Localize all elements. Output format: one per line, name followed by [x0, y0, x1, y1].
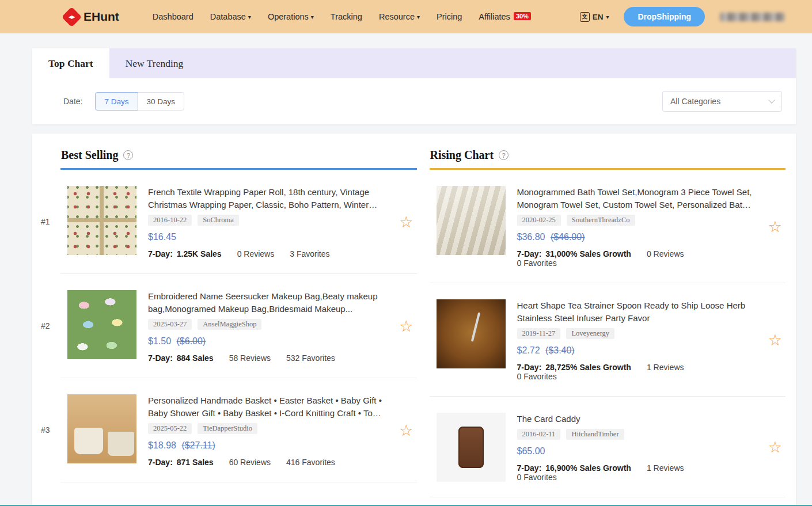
stat-period: 7-Day:: [148, 353, 173, 363]
favorites-count: 0 Favorites: [517, 473, 557, 482]
favorite-star-icon[interactable]: ☆: [768, 440, 782, 455]
original-price: ($3.40): [545, 345, 575, 355]
product-info: Monogrammed Bath Towel Set,Monogram 3 Pi…: [517, 186, 754, 268]
language-selector[interactable]: 文 EN ▾: [580, 12, 609, 22]
nav-label: Affiliates: [479, 12, 510, 21]
favorites-count: 416 Favorites: [286, 458, 335, 467]
favorite-star-icon[interactable]: ☆: [399, 423, 413, 439]
product-image[interactable]: [437, 413, 506, 482]
stat-value: 28,725% Sales Growth: [545, 363, 631, 372]
product-row: #3 Personalized Handmade Basket • Easter…: [60, 378, 417, 482]
reviews-count: 0 Reviews: [237, 249, 275, 258]
nav-label: Tracking: [331, 12, 362, 21]
favorites-count: 532 Favorites: [286, 353, 335, 363]
favorite-star-icon[interactable]: ☆: [399, 319, 413, 334]
product-info: The Card Caddy 2016-02-11 HitchandTimber…: [517, 413, 754, 482]
listing-date-badge: 2025-05-22: [148, 423, 192, 434]
nav-affiliates[interactable]: Affiliates30%: [479, 12, 531, 21]
nav-operations[interactable]: Operations▾: [268, 12, 314, 21]
listing-date-badge: 2016-02-11: [517, 429, 561, 440]
shop-name-badge[interactable]: SoChroma: [198, 215, 238, 226]
product-image[interactable]: [67, 186, 136, 255]
stat-value: 871 Sales: [177, 458, 214, 467]
product-image[interactable]: [437, 186, 506, 255]
product-title[interactable]: Heart Shape Tea Strainer Spoon Ready to …: [517, 299, 752, 325]
translate-icon: 文: [580, 12, 590, 22]
date-7days-button[interactable]: 7 Days: [95, 92, 138, 111]
category-select[interactable]: All Categories: [662, 91, 782, 112]
favorite-star-icon[interactable]: ☆: [768, 219, 782, 235]
product-image[interactable]: [67, 394, 136, 463]
ehunt-logo-icon: [62, 6, 82, 26]
date-range-toggle: 7 Days 30 Days: [95, 92, 184, 111]
nav-label: Resource: [379, 12, 415, 21]
price: $2.72: [517, 345, 540, 355]
original-price: ($27.11): [181, 440, 215, 450]
tab-bar: Top Chart New Trending: [32, 48, 796, 78]
original-price: ($46.00): [551, 232, 585, 242]
nav-resource[interactable]: Resource▾: [379, 12, 420, 21]
reviews-count: 0 Reviews: [647, 249, 684, 258]
dropshipping-button[interactable]: DropShipping: [624, 7, 705, 26]
shop-name-badge[interactable]: TieDapperStudio: [198, 423, 257, 434]
help-icon[interactable]: ?: [123, 150, 133, 160]
nav-database[interactable]: Database▾: [210, 12, 251, 21]
shop-name-badge[interactable]: SouthernThreadzCo: [567, 215, 635, 226]
rising-chart-column: Rising Chart ? Monogrammed Bath Towel Se…: [430, 149, 786, 497]
stat-value: 16,900% Sales Growth: [545, 463, 631, 473]
tab-top-chart[interactable]: Top Chart: [32, 48, 109, 78]
date-30days-button[interactable]: 30 Days: [138, 92, 185, 111]
date-filter-label: Date:: [63, 97, 82, 106]
reviews-count: 58 Reviews: [229, 353, 271, 363]
listing-date-badge: 2020-02-25: [517, 215, 561, 226]
best-selling-title: Best Selling: [61, 149, 118, 162]
chevron-down-icon: ▾: [417, 14, 420, 20]
product-title[interactable]: Personalized Handmade Basket • Easter Ba…: [148, 394, 383, 420]
original-price: ($6.00): [177, 336, 206, 346]
product-row: #1 French Textile Wrapping Paper Roll, 1…: [60, 170, 417, 274]
favorite-star-icon[interactable]: ☆: [399, 215, 413, 230]
tab-new-trending[interactable]: New Trending: [109, 48, 200, 78]
listing-date-badge: 2019-11-27: [517, 328, 561, 339]
price: $16.45: [148, 232, 176, 242]
shop-name-badge[interactable]: AnselMaggieShop: [198, 319, 261, 330]
stat-period: 7-Day:: [517, 463, 542, 473]
rising-chart-title: Rising Chart: [430, 149, 494, 162]
account-name-redacted[interactable]: [720, 13, 784, 21]
charts-content: Best Selling ? #1 French Textile Wrappin…: [32, 134, 796, 506]
help-icon[interactable]: ?: [499, 150, 509, 160]
stat-value: 884 Sales: [177, 353, 214, 363]
product-row: The Card Caddy 2016-02-11 HitchandTimber…: [430, 397, 786, 497]
nav-dashboard[interactable]: Dashboard: [153, 12, 193, 21]
nav-label: Pricing: [437, 12, 462, 21]
product-title[interactable]: Embroidered Name Seersucker Makeup Bag,B…: [148, 290, 383, 315]
product-title[interactable]: Monogrammed Bath Towel Set,Monogram 3 Pi…: [517, 186, 752, 211]
listing-date-badge: 2025-03-27: [148, 319, 192, 330]
product-image[interactable]: [67, 290, 136, 359]
shop-name-badge[interactable]: Loveyenergy: [566, 328, 614, 339]
nav-tracking[interactable]: Tracking: [331, 12, 362, 21]
product-row: Heart Shape Tea Strainer Spoon Ready to …: [430, 283, 786, 397]
best-selling-column: Best Selling ? #1 French Textile Wrappin…: [60, 149, 417, 497]
shop-name-badge[interactable]: HitchandTimber: [566, 429, 624, 440]
chevron-down-icon: [768, 97, 775, 103]
stat-period: 7-Day:: [517, 363, 542, 372]
language-label: EN: [593, 13, 604, 21]
nav-label: Operations: [268, 12, 309, 21]
product-title[interactable]: The Card Caddy: [517, 413, 752, 425]
price: $18.98: [148, 440, 176, 450]
product-title[interactable]: French Textile Wrapping Paper Roll, 18th…: [148, 186, 383, 211]
reviews-count: 1 Reviews: [647, 363, 684, 372]
favorites-count: 0 Favorites: [517, 372, 557, 381]
brand[interactable]: EHunt: [64, 10, 119, 24]
favorites-count: 3 Favorites: [290, 249, 329, 258]
discount-badge: 30%: [514, 12, 531, 20]
rank-label: #1: [41, 217, 50, 226]
product-image[interactable]: [437, 299, 506, 368]
rank-label: #3: [41, 425, 50, 435]
price: $36.80: [517, 232, 545, 242]
navbar: EHunt Dashboard Database▾ Operations▾ Tr…: [0, 0, 812, 33]
favorite-star-icon[interactable]: ☆: [768, 333, 782, 348]
product-row: Monogrammed Bath Towel Set,Monogram 3 Pi…: [430, 170, 786, 283]
nav-pricing[interactable]: Pricing: [437, 12, 462, 21]
